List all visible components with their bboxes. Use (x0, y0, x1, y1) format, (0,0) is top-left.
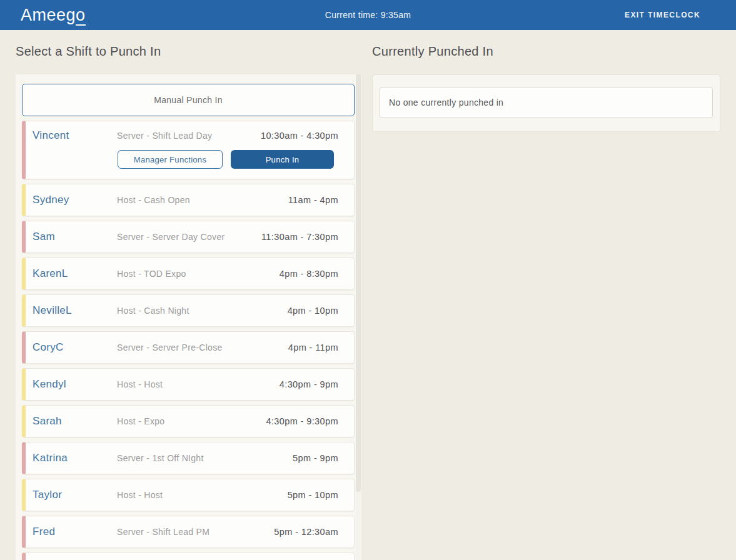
punched-in-empty-message: No one currently punched in (389, 98, 503, 108)
employee-name: Sarah (33, 415, 117, 428)
shift-card-row: KarenL Host - TOD Expo 4pm - 8:30pm (26, 268, 354, 280)
manual-punch-in-label: Manual Punch In (154, 95, 223, 105)
punched-in-title: Currently Punched In (372, 44, 720, 59)
shift-role: Host - Cash Night (117, 306, 288, 316)
shift-time: 4pm - 11pm (288, 342, 338, 352)
manager-functions-button[interactable]: Manager Functions (118, 150, 223, 169)
shift-role: Server - Server Pre-Close (117, 342, 288, 352)
shift-card-row: NevilleL Host - Cash Night 4pm - 10pm (26, 304, 354, 317)
main-content: Select a Shift to Punch In Manual Punch … (0, 30, 736, 560)
scrollbar-thumb[interactable] (356, 74, 361, 492)
shift-time: 5pm - 12:30am (274, 527, 338, 537)
shift-card-karenl[interactable]: KarenL Host - TOD Expo 4pm - 8:30pm (22, 258, 355, 290)
manual-punch-in-button[interactable]: Manual Punch In (22, 84, 355, 116)
punched-in-empty-state: No one currently punched in (380, 87, 713, 118)
shift-role: Host - Host (117, 379, 280, 389)
shift-card-katrina[interactable]: Katrina Server - 1st Off NIght 5pm - 9pm (22, 442, 355, 474)
shift-card-row: Kendyl Host - Host 4:30pm - 9pm (26, 378, 354, 391)
shift-card-actions: Manager Functions Punch In (26, 150, 354, 169)
shift-role: Host - Expo (117, 416, 266, 426)
shift-list-scrollbar[interactable] (356, 74, 361, 560)
shift-time: 5pm - 9pm (293, 453, 338, 463)
employee-name: KarenL (33, 268, 117, 280)
shift-card-sam[interactable]: Sam Server - Server Day Cover 11:30am - … (22, 221, 355, 253)
shift-role: Server - Server Day Cover (117, 232, 261, 242)
shift-time: 4:30pm - 9:30pm (266, 416, 338, 426)
shift-time: 4pm - 8:30pm (280, 269, 338, 279)
shift-role: Server - Shift Lead PM (117, 527, 274, 537)
employee-name: Katrina (33, 452, 117, 464)
shift-card-sarah[interactable]: Sarah Host - Expo 4:30pm - 9:30pm (22, 405, 355, 438)
shift-role: Host - Cash Open (117, 195, 288, 205)
punched-in-column: Currently Punched In No one currently pu… (372, 30, 720, 560)
shift-card-row: Sam Server - Server Day Cover 11:30am - … (26, 231, 354, 243)
employee-name: Fred (33, 526, 117, 538)
shift-card-row: Taylor Host - Host 5pm - 10pm (26, 489, 354, 501)
employee-name: Sam (33, 231, 117, 243)
employee-name: Vincent (33, 129, 117, 142)
shift-card-coryc[interactable]: CoryC Server - Server Pre-Close 4pm - 11… (22, 331, 355, 364)
shift-time: 5pm - 10pm (288, 490, 338, 500)
shift-card-partial[interactable] (22, 552, 355, 560)
shift-time: 11:30am - 7:30pm (261, 232, 338, 242)
shift-time: 11am - 4pm (288, 195, 338, 205)
shift-card-row: Katrina Server - 1st Off NIght 5pm - 9pm (26, 452, 354, 464)
punched-in-panel: No one currently punched in (372, 74, 720, 132)
employee-name: Kendyl (33, 378, 117, 391)
shift-card-vincent[interactable]: Vincent Server - Shift Lead Day 10:30am … (22, 121, 355, 179)
employee-name: Taylor (33, 489, 117, 501)
shift-card-row: CoryC Server - Server Pre-Close 4pm - 11… (26, 341, 354, 354)
shift-role: Host - TOD Expo (117, 269, 280, 279)
punch-in-label: Punch In (266, 155, 300, 164)
shift-select-title: Select a Shift to Punch In (16, 44, 361, 59)
employee-name: CoryC (33, 341, 117, 354)
shift-time: 10:30am - 4:30pm (261, 131, 338, 141)
shift-card-kendyl[interactable]: Kendyl Host - Host 4:30pm - 9pm (22, 368, 355, 401)
shift-role: Server - 1st Off NIght (117, 453, 293, 463)
shift-role: Host - Host (117, 490, 288, 500)
shift-role: Server - Shift Lead Day (117, 131, 261, 141)
punch-in-button[interactable]: Punch In (231, 150, 334, 169)
employee-name: NevilleL (33, 304, 117, 317)
shift-card-row: Vincent Server - Shift Lead Day 10:30am … (26, 129, 354, 142)
shift-card-sydney[interactable]: Sydney Host - Cash Open 11am - 4pm (22, 184, 355, 216)
shift-card-row: Sarah Host - Expo 4:30pm - 9:30pm (26, 415, 354, 428)
shift-card-nevillel[interactable]: NevilleL Host - Cash Night 4pm - 10pm (22, 294, 355, 327)
shift-time: 4:30pm - 9pm (280, 379, 338, 389)
shift-card-taylor[interactable]: Taylor Host - Host 5pm - 10pm (22, 479, 355, 511)
manager-functions-label: Manager Functions (134, 155, 206, 164)
shift-list-panel: Manual Punch In Vincent Server - Shift L… (16, 74, 361, 560)
shift-select-column: Select a Shift to Punch In Manual Punch … (16, 30, 361, 560)
shift-time: 4pm - 10pm (288, 306, 338, 316)
top-bar: Ameego Current time: 9:35am EXIT TIMECLO… (0, 0, 736, 30)
shift-card-fred[interactable]: Fred Server - Shift Lead PM 5pm - 12:30a… (22, 516, 355, 548)
shift-card-row: Fred Server - Shift Lead PM 5pm - 12:30a… (26, 526, 354, 538)
employee-name: Sydney (33, 194, 117, 206)
shift-card-row: Sydney Host - Cash Open 11am - 4pm (26, 194, 354, 206)
exit-timeclock-link[interactable]: EXIT TIMECLOCK (625, 11, 700, 19)
